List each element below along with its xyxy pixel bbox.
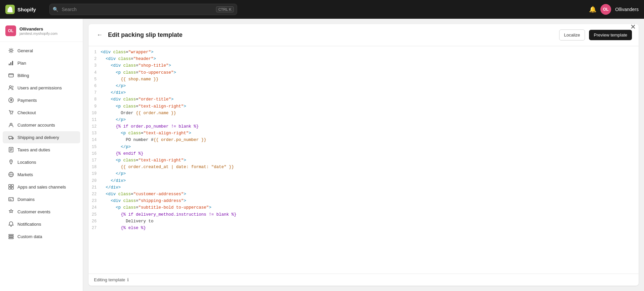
store-header: OL Ollivanders jamitest.myshopify.com <box>0 23 83 42</box>
code-line: 22 <div class="customer-addresses"> <box>89 191 639 198</box>
code-line: 1<div class="wrapper"> <box>89 49 639 56</box>
sidebar-item-label: Apps and sales channels <box>17 185 66 190</box>
code-line: 12 {% if order.po_number != blank %} <box>89 123 639 130</box>
sidebar-item-locations[interactable]: Locations <box>3 156 80 168</box>
svg-rect-1 <box>9 64 10 65</box>
line-number: 10 <box>89 110 101 117</box>
line-number: 2 <box>89 56 101 62</box>
sidebar-item-label: Markets <box>17 172 33 177</box>
localize-button[interactable]: Localize <box>559 29 585 41</box>
svg-rect-24 <box>9 236 13 237</box>
sidebar-item-customer-accounts[interactable]: Customer accounts <box>3 119 80 131</box>
code-line: 6 </p> <box>89 83 639 89</box>
line-number: 15 <box>89 144 101 150</box>
sidebar-item-custom-data[interactable]: Custom data <box>3 230 80 242</box>
line-content: PO number #{{ order.po_number }} <box>101 137 639 143</box>
code-line: 7 </div> <box>89 89 639 96</box>
search-input[interactable] <box>49 4 237 15</box>
line-content: <div class="shop-title"> <box>101 62 639 69</box>
sidebar: OL Ollivanders jamitest.myshopify.com Ge… <box>0 19 83 291</box>
sidebar-item-label: Checkout <box>17 110 36 115</box>
search-icon: 🔍 <box>53 7 58 12</box>
billing-icon <box>8 72 14 78</box>
line-content: <p class="text-align-right"> <box>101 103 639 110</box>
sidebar-item-label: Locations <box>17 160 36 165</box>
line-number: 8 <box>89 96 101 103</box>
customer-events-icon <box>8 209 14 215</box>
svg-rect-20 <box>11 187 13 189</box>
sidebar-item-general[interactable]: General <box>3 45 80 57</box>
line-number: 4 <box>89 69 101 76</box>
svg-point-8 <box>12 114 12 115</box>
line-number: 20 <box>89 177 101 184</box>
line-content: <p class="subtitle-bold to-uppercase"> <box>101 204 639 211</box>
editor-header: ← Edit packing slip template Localize Pr… <box>89 24 639 46</box>
line-content: <div class="wrapper"> <box>101 49 639 56</box>
line-number: 9 <box>89 103 101 110</box>
sidebar-item-notifications[interactable]: Notifications <box>3 218 80 230</box>
editor-bottom-bar: Editing template ℹ <box>89 274 639 286</box>
avatar[interactable]: OL <box>600 4 611 15</box>
line-content: Order {{ order.name }} <box>101 110 639 117</box>
code-line: 24 <p class="subtitle-bold to-uppercase"… <box>89 204 639 211</box>
sidebar-item-payments[interactable]: Payments <box>3 94 80 106</box>
line-content: {% else %} <box>101 225 639 231</box>
sidebar-item-label: General <box>17 48 33 53</box>
code-line: 23 <div class="shipping-address"> <box>89 198 639 204</box>
svg-point-14 <box>11 161 12 162</box>
sidebar-item-customer-events[interactable]: Customer events <box>3 206 80 218</box>
plan-icon <box>8 60 14 66</box>
page-title: Edit packing slip template <box>108 31 555 39</box>
code-line: 18 {{ order.created_at | date: format: "… <box>89 164 639 170</box>
code-line: 21 </div> <box>89 184 639 191</box>
line-number: 5 <box>89 76 101 83</box>
preview-template-button[interactable]: Preview template <box>589 30 632 40</box>
info-icon: ℹ <box>127 277 129 282</box>
notifications-icon[interactable]: 🔔 <box>589 6 596 13</box>
sidebar-item-label: Customer accounts <box>17 123 55 128</box>
code-line: 13 <p class="text-align-right"> <box>89 130 639 137</box>
line-number: 27 <box>89 225 101 231</box>
line-content: </div> <box>101 177 639 184</box>
sidebar-item-taxes[interactable]: Taxes and duties <box>3 144 80 156</box>
custom-data-icon <box>8 233 14 239</box>
sidebar-item-users-permissions[interactable]: Users and permissions <box>3 82 80 94</box>
line-number: 13 <box>89 130 101 137</box>
back-button[interactable]: ← <box>95 30 104 40</box>
svg-point-7 <box>10 114 11 115</box>
svg-rect-3 <box>12 61 13 65</box>
sidebar-item-markets[interactable]: Markets <box>3 168 80 180</box>
code-line: 19 </p> <box>89 170 639 177</box>
code-line: 10 Order {{ order.name }} <box>89 110 639 117</box>
line-number: 24 <box>89 204 101 211</box>
sidebar-item-domains[interactable]: Domains <box>3 193 80 205</box>
store-domain: jamitest.myshopify.com <box>19 31 58 35</box>
code-line: 17 <p class="text-align-right"> <box>89 157 639 164</box>
line-content: <div class="customer-addresses"> <box>101 191 639 198</box>
line-number: 6 <box>89 83 101 89</box>
line-number: 26 <box>89 218 101 225</box>
username: Ollivanders <box>615 7 639 12</box>
line-number: 11 <box>89 117 101 123</box>
code-line: 11 </p> <box>89 117 639 123</box>
sidebar-item-checkout[interactable]: Checkout <box>3 106 80 119</box>
sidebar-item-plan[interactable]: Plan <box>3 57 80 69</box>
code-line: 3 <div class="shop-title"> <box>89 62 639 69</box>
sidebar-item-shipping-delivery[interactable]: Shipping and delivery <box>3 131 80 143</box>
topnav-right: 🔔 OL Ollivanders <box>589 4 639 15</box>
sidebar-item-apps-channels[interactable]: Apps and sales channels <box>3 181 80 193</box>
store-avatar: OL <box>5 25 16 36</box>
line-content: {{ shop.name }} <box>101 76 639 83</box>
close-button[interactable]: ✕ <box>630 23 636 31</box>
sidebar-item-label: Plan <box>17 61 26 66</box>
svg-rect-4 <box>9 74 13 77</box>
sidebar-item-label: Customer events <box>17 209 50 214</box>
svg-rect-2 <box>10 62 11 65</box>
sidebar-item-billing[interactable]: Billing <box>3 69 80 81</box>
svg-rect-19 <box>9 187 11 189</box>
shipping-icon <box>8 134 14 140</box>
topnav: Shopify 🔍 CTRL K 🔔 OL Ollivanders <box>0 0 644 19</box>
svg-rect-10 <box>9 136 12 139</box>
code-editor[interactable]: 1<div class="wrapper">2 <div class="head… <box>89 46 639 274</box>
code-line: 5 {{ shop.name }} <box>89 76 639 83</box>
